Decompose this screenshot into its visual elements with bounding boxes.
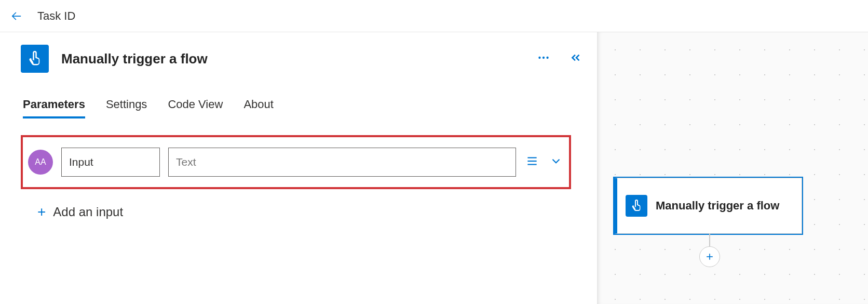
text-type-badge: AA <box>28 150 53 175</box>
details-panel: Manually trigger a flow Parameters Setti… <box>0 32 597 304</box>
more-horizontal-icon <box>537 51 550 64</box>
tab-parameters[interactable]: Parameters <box>23 98 85 118</box>
back-button[interactable] <box>8 8 25 24</box>
input-row-highlight: AA <box>21 135 571 189</box>
tab-settings[interactable]: Settings <box>106 98 147 118</box>
input-value-field[interactable] <box>168 148 516 177</box>
chevron-double-left-icon <box>569 51 582 64</box>
badge-text: AA <box>35 157 46 167</box>
workspace: Manually trigger a flow Parameters Setti… <box>0 32 868 304</box>
panel-actions <box>535 49 585 69</box>
collapse-button[interactable] <box>567 49 585 69</box>
flow-canvas[interactable]: Manually trigger a flow <box>597 32 868 304</box>
trigger-icon <box>21 45 49 73</box>
top-bar: Task ID <box>0 0 868 32</box>
touch-icon <box>27 51 43 67</box>
tab-code-view[interactable]: Code View <box>168 98 223 118</box>
add-input-label: Add an input <box>53 205 123 219</box>
card-title: Manually trigger a flow <box>656 199 779 214</box>
plus-icon <box>704 252 715 262</box>
list-button[interactable] <box>524 153 540 171</box>
arrow-left-icon <box>9 9 24 23</box>
chevron-down-icon <box>549 154 563 168</box>
touch-icon <box>630 200 643 212</box>
tab-about[interactable]: About <box>243 98 274 118</box>
panel-title: Manually trigger a flow <box>61 51 522 67</box>
panel-header: Manually trigger a flow <box>21 45 591 73</box>
input-name-field[interactable] <box>61 148 160 177</box>
dropdown-button[interactable] <box>548 153 564 171</box>
list-icon <box>525 154 539 168</box>
svg-point-2 <box>546 57 548 59</box>
trigger-card[interactable]: Manually trigger a flow <box>614 178 802 234</box>
add-input-button[interactable]: + Add an input <box>21 204 591 220</box>
tabs: Parameters Settings Code View About <box>21 98 591 118</box>
input-row: AA <box>28 148 564 177</box>
add-step-button[interactable] <box>699 246 720 267</box>
svg-point-1 <box>542 57 545 59</box>
page-title: Task ID <box>37 9 75 23</box>
svg-point-0 <box>538 57 540 59</box>
plus-icon: + <box>37 204 46 220</box>
card-trigger-icon <box>626 195 647 217</box>
more-button[interactable] <box>535 49 552 69</box>
connector-line <box>709 234 710 246</box>
row-actions <box>524 153 564 171</box>
